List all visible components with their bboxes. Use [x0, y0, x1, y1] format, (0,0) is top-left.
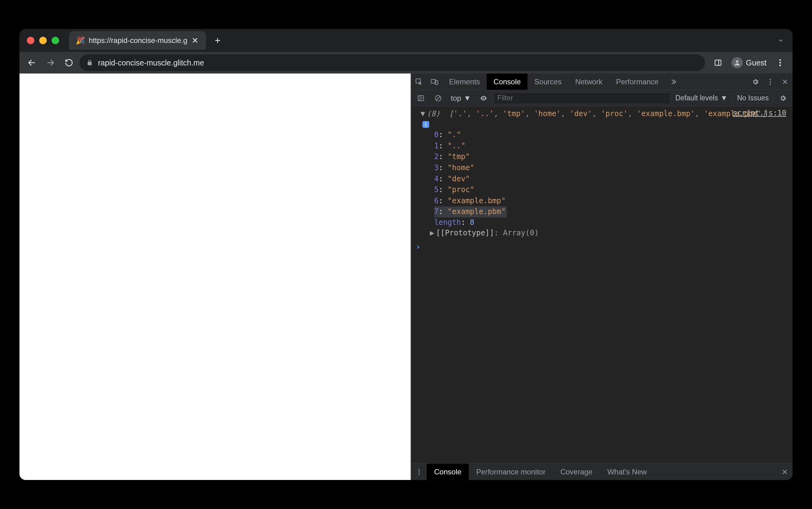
svg-point-11 — [770, 79, 771, 80]
tab-network[interactable]: Network — [568, 73, 609, 90]
live-expression-button[interactable] — [476, 94, 491, 102]
console-toolbar: top ▼ Default levels ▼ No Issues — [411, 90, 792, 106]
browser-toolbar: rapid-concise-muscle.glitch.me Guest — [20, 52, 792, 73]
issues-button[interactable]: No Issues — [732, 93, 773, 103]
more-tabs-button[interactable] — [665, 73, 681, 90]
array-length-label: (8) — [427, 109, 440, 118]
content-area: Elements Console Sources Network Perform… — [20, 73, 792, 480]
tab-strip: 🎉 https://rapid-concise-muscle.g ✕ + — [20, 29, 792, 52]
array-entry-row[interactable]: 3: "home" — [434, 163, 474, 174]
array-entry-row[interactable]: 1: ".." — [434, 140, 465, 151]
device-toolbar-button[interactable] — [427, 73, 442, 90]
disclosure-triangle-icon[interactable]: ▼ — [420, 109, 427, 119]
url-text: rapid-concise-muscle.glitch.me — [98, 58, 204, 67]
svg-point-22 — [418, 471, 419, 472]
drawer-menu-button[interactable] — [411, 464, 427, 480]
console-prompt[interactable]: › — [411, 239, 792, 254]
profile-button[interactable]: Guest — [729, 56, 769, 69]
array-entry-row[interactable]: 5: "proc" — [434, 184, 474, 196]
forward-button[interactable] — [42, 55, 58, 71]
array-summary-item: 'home' — [534, 109, 561, 118]
devtools-tab-bar: Elements Console Sources Network Perform… — [411, 73, 792, 90]
array-length-row: length: 8 — [420, 217, 789, 228]
tab-elements[interactable]: Elements — [442, 73, 487, 90]
close-tab-button[interactable]: ✕ — [191, 36, 199, 44]
chevron-down-icon: ▼ — [720, 94, 727, 102]
array-entry-row[interactable]: 0: "." — [434, 129, 461, 140]
drawer-tab-perf-monitor[interactable]: Performance monitor — [469, 464, 553, 480]
back-button[interactable] — [24, 55, 40, 71]
array-entry-row[interactable]: 7: "example.pbm" — [434, 206, 507, 217]
array-summary-item: 'dev' — [569, 109, 592, 118]
source-link[interactable]: script.js:10 — [733, 108, 786, 118]
console-settings-button[interactable] — [775, 95, 791, 102]
array-summary-item: '.' — [454, 109, 467, 118]
tab-console[interactable]: Console — [487, 73, 528, 90]
new-tab-button[interactable]: + — [210, 33, 225, 48]
svg-rect-16 — [418, 96, 424, 101]
drawer-tab-coverage[interactable]: Coverage — [553, 464, 600, 480]
minimize-window-button[interactable] — [39, 37, 47, 44]
array-summary-item: 'tmp' — [503, 109, 525, 118]
tab-favicon-icon: 🎉 — [76, 36, 85, 45]
svg-point-7 — [779, 65, 781, 66]
address-bar[interactable]: rapid-concise-muscle.glitch.me — [80, 54, 705, 71]
svg-point-4 — [736, 60, 739, 63]
console-filter-input[interactable] — [493, 92, 670, 104]
console-output[interactable]: script.js:10 ▼(8) ['.', '..', 'tmp', 'ho… — [411, 106, 792, 463]
drawer-close-button[interactable] — [777, 464, 792, 480]
svg-point-20 — [483, 97, 484, 99]
devtools-menu-button[interactable] — [763, 78, 778, 85]
avatar-icon — [731, 57, 743, 68]
tab-overflow-button[interactable] — [773, 33, 788, 48]
array-summary-item: 'proc' — [601, 109, 628, 118]
svg-point-13 — [770, 83, 771, 84]
array-expanded-items: 0: "."1: ".."2: "tmp"3: "home"4: "dev"5:… — [420, 129, 789, 217]
tab-sources[interactable]: Sources — [528, 73, 568, 90]
log-levels-selector[interactable]: Default levels ▼ — [672, 94, 731, 102]
info-badge-icon[interactable]: i — [423, 121, 429, 128]
array-entry-row[interactable]: 2: "tmp" — [434, 151, 470, 163]
context-label: top — [451, 94, 461, 103]
toggle-sidebar-button[interactable] — [413, 95, 429, 102]
svg-rect-2 — [715, 60, 721, 65]
log-levels-label: Default levels — [675, 94, 718, 102]
close-window-button[interactable] — [27, 37, 34, 44]
browser-window: 🎉 https://rapid-concise-muscle.g ✕ + — [20, 29, 792, 480]
reload-button[interactable] — [61, 55, 77, 71]
array-summary-item: 'example.bmp' — [637, 109, 695, 118]
array-entry-row[interactable]: 6: "example.bmp" — [434, 196, 506, 207]
array-entry-row[interactable]: 4: "dev" — [434, 174, 470, 185]
devtools-drawer: Console Performance monitor Coverage Wha… — [411, 463, 792, 480]
profile-label: Guest — [746, 58, 767, 67]
svg-point-23 — [418, 473, 419, 475]
devtools-panel: Elements Console Sources Network Perform… — [411, 73, 792, 480]
side-panel-button[interactable] — [710, 55, 726, 71]
devtools-settings-button[interactable] — [748, 78, 763, 86]
svg-point-6 — [779, 62, 781, 63]
rendered-page[interactable] — [20, 73, 411, 480]
devtools-close-button[interactable] — [778, 78, 792, 85]
svg-line-19 — [436, 96, 440, 100]
svg-point-21 — [418, 469, 419, 470]
drawer-tab-console[interactable]: Console — [427, 464, 469, 480]
tab-title: https://rapid-concise-muscle.g — [89, 36, 187, 45]
prototype-row[interactable]: ▶[[Prototype]]: Array(0) — [420, 228, 789, 238]
drawer-tab-whats-new[interactable]: What's New — [600, 464, 654, 480]
svg-point-5 — [779, 59, 781, 61]
inspect-element-button[interactable] — [411, 73, 427, 90]
array-summary-item: '..' — [476, 109, 494, 118]
maximize-window-button[interactable] — [52, 37, 59, 44]
tab-performance[interactable]: Performance — [609, 73, 665, 90]
browser-tab[interactable]: 🎉 https://rapid-concise-muscle.g ✕ — [69, 31, 206, 50]
chevron-down-icon: ▼ — [464, 94, 471, 103]
window-controls — [24, 37, 63, 44]
clear-console-button[interactable] — [431, 95, 446, 102]
browser-menu-button[interactable] — [772, 55, 788, 71]
console-log-entry[interactable]: ▼(8) ['.', '..', 'tmp', 'home', 'dev', '… — [411, 106, 792, 239]
lock-icon — [86, 59, 93, 66]
svg-point-12 — [770, 81, 771, 82]
context-selector[interactable]: top ▼ — [448, 94, 474, 103]
disclosure-triangle-icon[interactable]: ▶ — [430, 228, 436, 238]
